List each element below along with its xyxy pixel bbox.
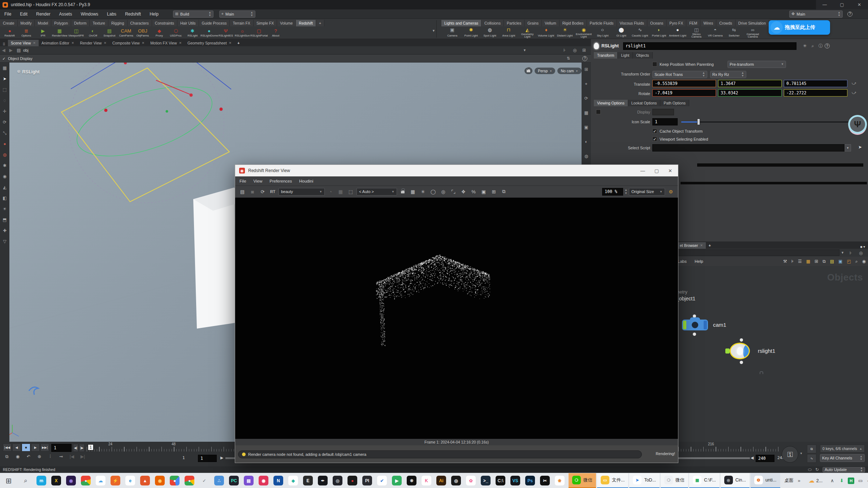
tool-options[interactable]: ≣ Options xyxy=(18,28,35,37)
key-tool-icon[interactable]: ◭ xyxy=(3,185,6,190)
close-tab-icon[interactable]: ✕ xyxy=(229,41,232,45)
mirror-tool-icon[interactable]: ◧ xyxy=(3,196,7,201)
screen-overlay-widget[interactable]: Ψ xyxy=(848,115,867,134)
range-start-field[interactable]: 1 xyxy=(198,455,217,462)
main-network-combo[interactable]: ⌖ Main ▲▼ xyxy=(219,10,255,18)
info-icon[interactable]: ⓘ xyxy=(817,43,825,49)
rotate-tool-icon[interactable]: ⟳ xyxy=(3,120,7,125)
rotate-field[interactable]: 33.0342 xyxy=(718,89,782,97)
grid-tool-icon[interactable]: ▦ xyxy=(3,65,7,70)
start-button[interactable]: ⊞ xyxy=(6,476,12,485)
size-mode-selector[interactable]: Original Size▼ xyxy=(629,188,665,196)
tool-proxy[interactable]: ◆ Proxy xyxy=(151,28,168,37)
view-frame-icon[interactable]: ▦ xyxy=(584,110,588,115)
shelf-tab[interactable]: Rigid Bodies xyxy=(560,20,587,26)
next-key-icon[interactable]: ▶| xyxy=(78,454,87,459)
select-script-field[interactable] xyxy=(652,144,845,151)
wire-dot[interactable] xyxy=(740,361,743,364)
pin-icon[interactable]: ⊦ xyxy=(563,48,566,53)
camera-icon[interactable]: ◙ xyxy=(248,189,257,194)
tool-stereo-camera[interactable]: ◫ Stereo Camera xyxy=(687,27,706,38)
view-wire-icon[interactable]: ◍ xyxy=(584,154,588,159)
shelf-tab[interactable]: Terrain FX xyxy=(230,20,253,26)
pane-tab[interactable]: Geometry Spreadsheet✕ xyxy=(185,40,234,46)
taskbar-jw-icon[interactable]: ▶ xyxy=(389,476,404,485)
snap-grid-icon[interactable]: ⊞ xyxy=(815,259,818,264)
taskbar-check-icon[interactable]: ✓ xyxy=(197,476,212,485)
snowflake-freeze-icon[interactable]: ✳ xyxy=(419,189,427,194)
tool-camparms[interactable]: CAM CamParms xyxy=(118,28,134,37)
current-frame-field[interactable]: 1 xyxy=(51,444,72,452)
param-tab[interactable]: Light xyxy=(618,52,633,59)
tool-distant-light[interactable]: ☀ Distant Light xyxy=(556,27,574,38)
viewport-select-checkbox[interactable]: ✓ xyxy=(652,137,657,141)
node-rslight1-label[interactable]: rslight1 xyxy=(758,348,775,354)
animation-editor-icon[interactable]: ∿ xyxy=(807,454,816,463)
taskbar-window-wechat2[interactable]: ❍ 微信 xyxy=(661,473,688,488)
tool-volume-light[interactable]: ♦ Volume Light xyxy=(537,27,556,38)
prev-key-icon[interactable]: |◀ xyxy=(67,454,77,459)
weather-icon[interactable]: ☁ xyxy=(807,477,816,484)
range-end-field[interactable]: 240 xyxy=(756,455,774,462)
compare-icon[interactable]: % xyxy=(469,189,478,194)
gear-menu-icon[interactable]: ✳ xyxy=(801,43,809,48)
translate-jump-icon[interactable]: ⤻ xyxy=(852,81,856,86)
tool-area-light[interactable]: ⊓ Area Light xyxy=(499,27,518,38)
taskbar-window-todesk[interactable]: ➤ ToD... xyxy=(629,473,660,488)
wrench-icon[interactable]: ⚒ xyxy=(783,259,787,264)
focus-icon[interactable]: ◎ xyxy=(439,189,448,194)
key-all-channels-combo[interactable]: Key All Channels▲▼ xyxy=(820,454,865,462)
taskbar-vs-icon[interactable]: VS xyxy=(508,476,523,485)
close-icon[interactable]: ✕ xyxy=(668,168,672,174)
palette-icon[interactable]: ▦ xyxy=(806,259,810,264)
taskbar-photoshop-icon[interactable]: Ps xyxy=(523,476,537,485)
icon-scale-track[interactable] xyxy=(681,121,863,123)
pin-icon[interactable]: ⊦ xyxy=(850,251,852,256)
audio-icon[interactable]: ◉ xyxy=(13,454,22,459)
render-image-area[interactable] xyxy=(235,198,678,439)
timeline-ruler-right[interactable] xyxy=(678,444,780,451)
icon-scale-field[interactable]: 1 xyxy=(652,118,678,125)
extra-tool-icon[interactable]: ✚ xyxy=(3,228,7,233)
taskbar-share-icon[interactable]: ∴ xyxy=(212,476,226,485)
taskbar-diamond-icon[interactable]: ◆ xyxy=(286,476,301,485)
shelf-tab[interactable]: Create xyxy=(0,20,18,26)
idm-tray-icon[interactable]: ⬇ xyxy=(837,478,846,483)
region-circle-icon[interactable]: ◯ xyxy=(429,189,437,194)
tool-geometry-light[interactable]: ◭ Geometry Light xyxy=(518,27,537,38)
volume-tray-icon[interactable]: ◁) xyxy=(865,478,868,483)
rotate-order-combo[interactable]: Rx Ry Rz▲▼ xyxy=(710,71,746,78)
taskbar-shutter-icon[interactable]: ❋ xyxy=(404,476,419,485)
tool-camera[interactable]: ▣ Camera xyxy=(443,27,462,38)
taskbar-brave-icon[interactable]: ▲ xyxy=(138,476,152,485)
render-settings-gear-icon[interactable]: ⚙ xyxy=(666,189,675,194)
taskbar-n-icon[interactable]: N xyxy=(271,476,286,485)
shelf-tab[interactable]: Modify xyxy=(18,20,35,26)
tool-point-light[interactable]: ✺ Point Light xyxy=(462,27,480,38)
pane-tab[interactable]: Composite View✕ xyxy=(109,40,147,46)
shelf-tab[interactable]: Guide Process xyxy=(199,20,230,26)
pane-handle-icon[interactable]: ⠿ xyxy=(0,42,8,46)
node-help-icon[interactable]: ? xyxy=(825,43,830,48)
taskbar-chromium-icon[interactable]: ● xyxy=(167,476,182,485)
option-tab[interactable]: Viewing Options xyxy=(594,100,628,106)
rotate-field[interactable]: -22.2722 xyxy=(784,89,847,97)
prev-frame-icon[interactable]: ◀| xyxy=(73,444,78,452)
taskbar-x-icon[interactable]: X xyxy=(49,476,64,485)
add-pane-tab-icon[interactable]: + xyxy=(234,40,242,46)
render-menu-item[interactable]: View xyxy=(254,179,263,183)
node-name-field[interactable]: rslight1 xyxy=(623,42,796,50)
refresh-render-icon[interactable]: ⟳ xyxy=(258,189,267,194)
shelf-tab[interactable]: + xyxy=(316,20,324,26)
set-key-button[interactable]: ⚿ xyxy=(782,446,798,463)
node-cam1[interactable] xyxy=(682,320,708,330)
rgb-channel-icon[interactable]: ◔ xyxy=(326,189,335,194)
path-dropdown-icon[interactable]: ▼ xyxy=(523,48,526,52)
add-pane-tab-icon[interactable]: + xyxy=(706,242,714,249)
handle-tool-icon[interactable]: ✱ xyxy=(3,163,7,168)
view-shade-icon[interactable]: ◐ xyxy=(585,139,587,144)
menu-item[interactable]: Help xyxy=(145,12,163,17)
shelf-tab[interactable]: Constraints xyxy=(152,20,177,26)
tree-view-icon[interactable]: ⊧ xyxy=(791,259,794,264)
param-tab[interactable]: Transform xyxy=(594,52,618,59)
